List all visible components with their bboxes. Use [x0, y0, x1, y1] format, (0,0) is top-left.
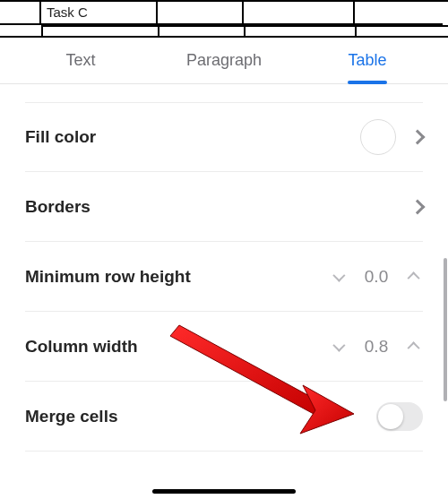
increment-button[interactable]	[407, 339, 423, 355]
row-fill-color[interactable]: Fill color	[25, 102, 423, 172]
row-label: Merge cells	[25, 407, 118, 426]
chevron-down-icon	[332, 269, 345, 281]
doc-cell-task[interactable]: Task C	[41, 0, 158, 25]
doc-cell-empty-3[interactable]	[355, 0, 443, 25]
row-merge-cells: Merge cells	[25, 382, 423, 452]
doc-cell-left-gutter	[0, 0, 41, 25]
chevron-up-icon	[408, 271, 420, 284]
tab-label: Table	[348, 51, 386, 70]
column-width-stepper: 0.8	[330, 337, 423, 357]
row-column-width: Column width 0.8	[25, 312, 423, 382]
decrement-button[interactable]	[330, 269, 346, 285]
chevron-up-icon	[408, 341, 420, 354]
tab-table[interactable]: Table	[296, 38, 439, 83]
increment-button[interactable]	[407, 269, 423, 285]
chevron-right-icon	[410, 199, 426, 214]
home-indicator	[152, 489, 296, 494]
row-min-row-height: Minimum row height 0.0	[25, 242, 423, 312]
scrollbar[interactable]	[444, 258, 447, 401]
stepper-value: 0.0	[362, 267, 391, 287]
tab-paragraph[interactable]: Paragraph	[152, 38, 296, 83]
doc-cell-empty-2[interactable]	[244, 0, 355, 25]
stepper-value: 0.8	[362, 337, 391, 357]
chevron-right-icon	[410, 130, 426, 145]
row-label: Borders	[25, 197, 90, 217]
tab-label: Paragraph	[186, 51, 262, 70]
fill-color-swatch[interactable]	[360, 119, 396, 155]
row-label: Minimum row height	[25, 267, 191, 287]
row-borders[interactable]: Borders	[25, 172, 423, 242]
decrement-button[interactable]	[330, 339, 346, 355]
doc-cell-empty-1[interactable]	[158, 0, 244, 25]
toggle-knob	[378, 404, 403, 429]
doc-cell-text: Task C	[47, 4, 88, 20]
tab-text[interactable]: Text	[9, 38, 152, 83]
chevron-down-icon	[332, 339, 345, 351]
merge-cells-toggle[interactable]	[376, 402, 423, 431]
min-row-height-stepper: 0.0	[330, 267, 423, 287]
table-options-panel: Fill color Borders Minimum row height 0.…	[0, 102, 448, 452]
format-tabs: Text Paragraph Table	[0, 38, 448, 84]
document-table-fragment: Task C	[0, 0, 448, 38]
row-label: Column width	[25, 337, 138, 357]
row-label: Fill color	[25, 127, 96, 147]
tab-label: Text	[65, 51, 95, 70]
